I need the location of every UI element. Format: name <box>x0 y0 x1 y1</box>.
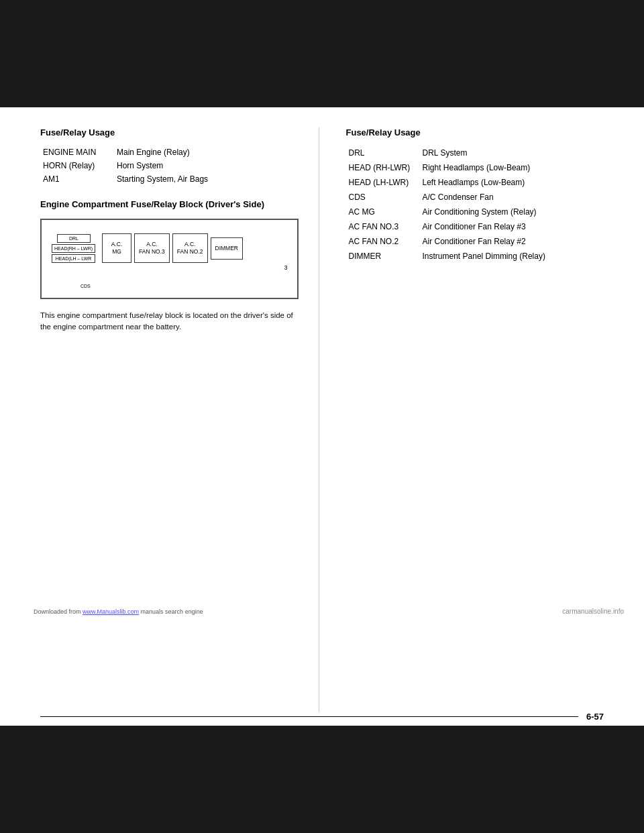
watermark-suffix: manuals search engine <box>141 608 203 615</box>
table-row: AC FAN NO.3 Air Conditioner Fan Relay #3 <box>346 219 604 234</box>
diagram-inner: DRL HEAD(RH – LWR) HEAD(LH – LWR A.C.MG … <box>52 233 287 263</box>
relay-dimmer: DIMMER <box>211 237 243 260</box>
fuse-name: ENGINE MAIN <box>40 146 114 159</box>
fuse-name: AC FAN NO.2 <box>346 234 420 249</box>
fuse-name: DRL <box>346 146 420 160</box>
fuse-description: Right Headlamps (Low-Beam) <box>420 160 604 175</box>
fuse-name: HEAD (LH-LWR) <box>346 175 420 190</box>
left-fuses-group: DRL HEAD(RH – LWR) HEAD(LH – LWR <box>52 234 95 263</box>
watermark-link[interactable]: www.Manualslib.com <box>83 608 139 615</box>
table-row: AC MG Air Conditioning System (Relay) <box>346 205 604 219</box>
bottom-bar <box>0 726 644 833</box>
top-bar <box>0 0 644 107</box>
fuse-description: Starting System, Air Bags <box>114 172 299 186</box>
page-footer: 6-57 <box>0 712 644 722</box>
table-row: DRL DRL System <box>346 146 604 160</box>
watermark-label: Downloaded from <box>34 608 83 615</box>
diagram-number: 3 <box>284 264 287 271</box>
watermark-right: carmanualsoline.info <box>562 608 624 615</box>
fuse-description: Air Conditioner Fan Relay #3 <box>420 219 604 234</box>
fuse-description: Instrument Panel Dimming (Relay) <box>420 249 604 264</box>
fuse-description: Horn System <box>114 159 299 172</box>
relay-ac-fan3: A.C.FAN NO.3 <box>134 233 170 263</box>
site-name: carmanualsoline.info <box>562 608 624 615</box>
fuse-name: HEAD (RH-LWR) <box>346 160 420 175</box>
relay-ac-fan2: A.C.FAN NO.2 <box>172 233 208 263</box>
table-row: AM1 Starting System, Air Bags <box>40 172 299 186</box>
fuse-description: Air Conditioner Fan Relay #2 <box>420 234 604 249</box>
fuse-description: Main Engine (Relay) <box>114 146 299 159</box>
table-row: HORN (Relay) Horn System <box>40 159 299 172</box>
table-row: CDS A/C Condenser Fan <box>346 190 604 205</box>
sub-section-title: Engine Compartment Fuse/Relay Block (Dri… <box>40 199 299 209</box>
right-column: Fuse/Relay Usage DRL DRL System HEAD (RH… <box>319 127 604 712</box>
fuse-name: HORN (Relay) <box>40 159 114 172</box>
table-row: AC FAN NO.2 Air Conditioner Fan Relay #2 <box>346 234 604 249</box>
content-area: Fuse/Relay Usage ENGINE MAIN Main Engine… <box>0 107 644 726</box>
diagram-description: This engine compartment fuse/relay block… <box>40 310 299 333</box>
left-fuse-table: ENGINE MAIN Main Engine (Relay) HORN (Re… <box>40 146 299 186</box>
page-content: Fuse/Relay Usage ENGINE MAIN Main Engine… <box>0 107 644 726</box>
fuse-name: AC FAN NO.3 <box>346 219 420 234</box>
table-row: HEAD (LH-LWR) Left Headlamps (Low-Beam) <box>346 175 604 190</box>
table-row: ENGINE MAIN Main Engine (Relay) <box>40 146 299 159</box>
fuse-description: A/C Condenser Fan <box>420 190 604 205</box>
fuse-relay-diagram: DRL HEAD(RH – LWR) HEAD(LH – LWR A.C.MG … <box>40 219 299 299</box>
fuse-description: Air Conditioning System (Relay) <box>420 205 604 219</box>
footer-line <box>40 716 578 718</box>
fuse-name: CDS <box>346 190 420 205</box>
fuse-name: AC MG <box>346 205 420 219</box>
cds-label: CDS <box>80 284 91 288</box>
left-section-title: Fuse/Relay Usage <box>40 127 299 137</box>
table-row: HEAD (RH-LWR) Right Headlamps (Low-Beam) <box>346 160 604 175</box>
drl-fuse: DRL <box>57 234 91 243</box>
head-rh-fuse: HEAD(RH – LWR) <box>52 244 95 253</box>
right-section-title: Fuse/Relay Usage <box>346 127 604 137</box>
head-lh-fuse: HEAD(LH – LWR <box>52 254 95 263</box>
left-column: Fuse/Relay Usage ENGINE MAIN Main Engine… <box>40 127 319 712</box>
fuse-name: AM1 <box>40 172 114 186</box>
fuse-description: Left Headlamps (Low-Beam) <box>420 175 604 190</box>
right-fuse-table: DRL DRL System HEAD (RH-LWR) Right Headl… <box>346 146 604 264</box>
relay-ac-mg: A.C.MG <box>102 233 131 263</box>
watermark-text: Downloaded from www.Manualslib.com manua… <box>34 608 203 615</box>
fuse-name: DIMMER <box>346 249 420 264</box>
fuse-description: DRL System <box>420 146 604 160</box>
page-number: 6-57 <box>586 712 604 722</box>
table-row: DIMMER Instrument Panel Dimming (Relay) <box>346 249 604 264</box>
